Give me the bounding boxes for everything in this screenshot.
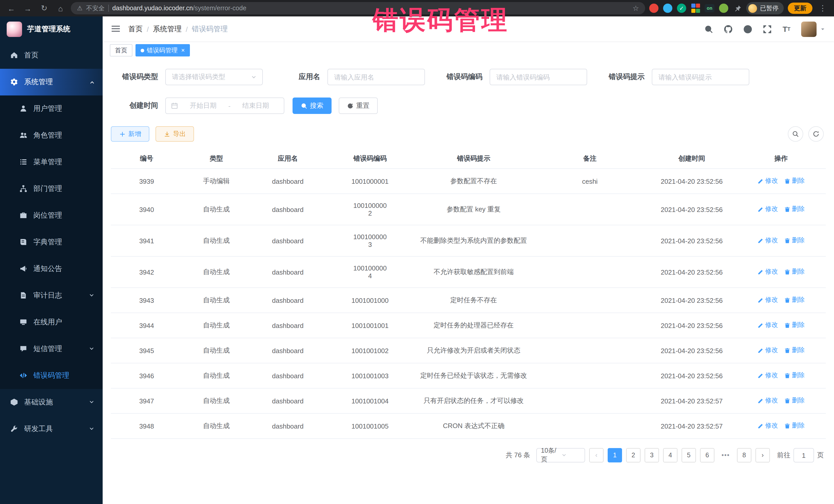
edit-link[interactable]: 修改 xyxy=(758,396,778,405)
collapse-sidebar-icon[interactable] xyxy=(111,24,121,34)
error-code-input[interactable] xyxy=(490,69,587,85)
edit-link[interactable]: 修改 xyxy=(758,371,778,380)
sidebar-item-megaphone[interactable]: 通知公告 xyxy=(0,256,103,282)
sidebar-item-briefcase[interactable]: 岗位管理 xyxy=(0,202,103,229)
page-button-3[interactable]: 3 xyxy=(644,448,659,462)
apps-grid-extension-icon[interactable] xyxy=(691,4,700,13)
tag-1[interactable]: 首页 xyxy=(110,44,132,57)
profile-badge[interactable]: 已暂停 xyxy=(746,2,784,14)
update-button[interactable]: 更新 xyxy=(788,3,812,14)
page-button-4[interactable]: 4 xyxy=(663,448,678,462)
forward-icon[interactable]: → xyxy=(22,4,34,13)
browser-home-icon[interactable]: ⌂ xyxy=(54,4,67,13)
edit-link[interactable]: 修改 xyxy=(758,268,778,277)
back-icon[interactable]: ← xyxy=(5,4,18,13)
delete-link[interactable]: 删除 xyxy=(784,396,805,405)
app-name-input[interactable] xyxy=(327,69,425,85)
edit-link[interactable]: 修改 xyxy=(758,321,778,330)
book-icon xyxy=(20,238,28,246)
chevron-down-icon xyxy=(88,292,95,299)
edit-link[interactable]: 修改 xyxy=(758,296,778,305)
error-hint-input[interactable] xyxy=(652,69,749,85)
delete-link[interactable]: 删除 xyxy=(784,268,805,277)
date-range-picker[interactable]: 开始日期 - 结束日期 xyxy=(165,97,284,114)
sidebar-item-monitor[interactable]: 在线用户 xyxy=(0,309,103,336)
delete-link[interactable]: 删除 xyxy=(784,371,805,380)
tag-2[interactable]: 错误码管理× xyxy=(135,44,190,57)
edit-link[interactable]: 修改 xyxy=(758,236,778,245)
sidebar-item-book[interactable]: 字典管理 xyxy=(0,229,103,256)
browser-menu-dots-icon[interactable]: ⋮ xyxy=(816,4,829,13)
sidebar-item-wrench[interactable]: 研发工具 xyxy=(0,416,103,442)
check-extension-icon[interactable]: ✓ xyxy=(677,4,686,13)
page-button-2[interactable]: 2 xyxy=(626,448,640,462)
page-button-6[interactable]: 6 xyxy=(700,448,715,462)
toggle-search-button[interactable] xyxy=(788,126,803,141)
sidebar-item-message[interactable]: 短信管理 xyxy=(0,336,103,363)
add-button[interactable]: 新增 xyxy=(111,126,149,141)
sidebar-item-users[interactable]: 角色管理 xyxy=(0,122,103,149)
vpn-on-extension-icon[interactable]: on xyxy=(705,4,715,12)
cell-app: dashboard xyxy=(250,256,325,288)
delete-link[interactable]: 删除 xyxy=(784,236,805,245)
breadcrumb-item[interactable]: 首页 xyxy=(128,24,143,34)
reload-icon[interactable]: ↻ xyxy=(38,4,50,13)
edit-link[interactable]: 修改 xyxy=(758,177,778,185)
cell-created: 2021-04-20 23:52:56 xyxy=(647,194,736,225)
search-icon[interactable] xyxy=(704,24,714,34)
sidebar-item-tree[interactable]: 部门管理 xyxy=(0,176,103,202)
edit-link[interactable]: 修改 xyxy=(758,205,778,214)
fullscreen-icon[interactable] xyxy=(762,24,772,34)
page-button-1[interactable]: 1 xyxy=(608,448,622,462)
user-menu[interactable] xyxy=(801,21,826,37)
pagination-prev-button[interactable]: ‹ xyxy=(589,448,603,462)
page-size-select[interactable]: 10条/页 xyxy=(536,448,585,462)
close-icon[interactable]: × xyxy=(181,47,185,54)
edit-link[interactable]: 修改 xyxy=(758,346,778,355)
error-type-select[interactable]: 请选择错误码类型 xyxy=(165,69,263,85)
breadcrumb-item[interactable]: 系统管理 xyxy=(153,24,182,34)
create-time-label: 创建时间 xyxy=(117,101,158,110)
bookmark-star-icon[interactable]: ☆ xyxy=(633,4,639,12)
delete-link[interactable]: 删除 xyxy=(784,346,805,355)
delete-link[interactable]: 删除 xyxy=(784,177,805,185)
delete-link[interactable]: 删除 xyxy=(784,422,805,430)
export-button[interactable]: 导出 xyxy=(155,126,194,141)
font-size-icon[interactable]: TT xyxy=(782,24,791,34)
refresh-table-button[interactable] xyxy=(808,126,824,141)
delete-link[interactable]: 删除 xyxy=(784,205,805,214)
page-button-8[interactable]: 8 xyxy=(737,448,751,462)
edit-link[interactable]: 修改 xyxy=(758,422,778,430)
pin-extension-icon[interactable] xyxy=(733,4,742,13)
sidebar-item-document[interactable]: 审计日志 xyxy=(0,282,103,309)
screen: ← → ↻ ⌂ ⚠ 不安全 dashboard.yudao.iocoder.cn… xyxy=(0,0,834,504)
cell-code: 1001001002 xyxy=(325,338,415,363)
delete-link[interactable]: 删除 xyxy=(784,296,805,305)
export-icon xyxy=(164,131,170,137)
sidebar-item-user[interactable]: 用户管理 xyxy=(0,95,103,122)
question-icon[interactable] xyxy=(743,24,752,34)
github-icon[interactable] xyxy=(723,24,733,34)
address-bar[interactable]: ⚠ 不安全 dashboard.yudao.iocoder.cn/system/… xyxy=(71,2,645,14)
cell-app: dashboard xyxy=(250,313,325,338)
drop-extension-icon[interactable] xyxy=(663,4,672,13)
sidebar: 芋道管理系统 首页系统管理用户管理角色管理菜单管理部门管理岗位管理字典管理通知公… xyxy=(0,17,103,504)
sidebar-item-code[interactable]: 错误码管理 xyxy=(0,363,103,389)
sidebar-item-gear[interactable]: 系统管理 xyxy=(0,69,103,95)
delete-link[interactable]: 删除 xyxy=(784,321,805,330)
reset-button[interactable]: 重置 xyxy=(339,97,378,114)
pagination-ellipsis[interactable]: ••• xyxy=(719,448,733,462)
sidebar-item-home[interactable]: 首页 xyxy=(0,42,103,69)
record-extension-icon[interactable] xyxy=(649,4,658,13)
page-button-5[interactable]: 5 xyxy=(682,448,696,462)
goto-page-input[interactable] xyxy=(793,448,814,462)
app-logo-row[interactable]: 芋道管理系统 xyxy=(0,17,103,42)
sidebar-item-box[interactable]: 基础设施 xyxy=(0,389,103,416)
box-icon xyxy=(10,398,19,407)
sidebar-item-list[interactable]: 菜单管理 xyxy=(0,149,103,176)
user-icon xyxy=(20,105,28,113)
leaf-extension-icon[interactable] xyxy=(719,4,728,13)
cell-created: 2021-04-20 23:52:56 xyxy=(647,338,736,363)
pagination-next-button[interactable]: › xyxy=(755,448,770,462)
search-button[interactable]: 搜索 xyxy=(292,97,332,114)
